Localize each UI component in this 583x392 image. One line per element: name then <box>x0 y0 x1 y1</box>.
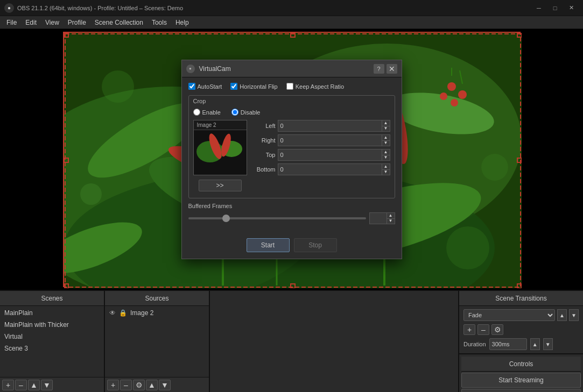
scenes-list: MainPlain MainPlain with Thicker Virtual… <box>0 306 104 377</box>
dialog-close-button[interactable]: ✕ <box>387 64 397 74</box>
start-streaming-button[interactable]: Start Streaming <box>461 373 581 388</box>
crop-disable-text: Disable <box>241 109 261 116</box>
virtualcam-dialog: ● VirtualCam ? ✕ AutoStart <box>181 60 402 259</box>
scenes-down-button[interactable]: ▼ <box>41 380 53 390</box>
eye-icon: 👁 <box>109 309 116 317</box>
crop-content: Image 2 <box>193 120 390 194</box>
crop-title: Crop <box>189 96 395 105</box>
menu-tools[interactable]: Tools <box>147 18 171 27</box>
duration-input[interactable] <box>489 338 527 350</box>
stop-button[interactable]: Stop <box>294 238 337 252</box>
transitions-down-button[interactable]: ▼ <box>569 309 579 321</box>
scenes-header: Scenes <box>0 291 104 306</box>
duration-down-button[interactable]: ▼ <box>543 338 553 350</box>
sources-remove-button[interactable]: – <box>120 380 132 390</box>
app-icon: ● <box>4 3 14 13</box>
bottom-label: Bottom <box>251 166 276 173</box>
maximize-button[interactable]: □ <box>547 3 563 13</box>
buffered-slider[interactable] <box>188 217 366 219</box>
transitions-toolbar-row: + – ⚙ <box>463 324 579 335</box>
top-down-button[interactable]: ▼ <box>382 155 390 161</box>
menu-help[interactable]: Help <box>171 18 193 27</box>
right-label: Right <box>251 137 276 144</box>
buffered-up-button[interactable]: ▲ <box>387 213 395 218</box>
bottom-input[interactable] <box>278 163 382 175</box>
dialog-help-button[interactable]: ? <box>374 64 384 74</box>
scene-item-3[interactable]: Scene 3 <box>0 343 104 354</box>
buffered-input[interactable] <box>369 212 387 224</box>
menu-file[interactable]: File <box>2 18 21 27</box>
transitions-select[interactable]: Fade <box>463 309 555 321</box>
menu-scene-collection[interactable]: Scene Collection <box>90 18 147 27</box>
app-icon-glyph: ● <box>8 5 11 11</box>
duration-up-button[interactable]: ▲ <box>530 338 540 350</box>
top-input[interactable] <box>278 149 382 161</box>
dialog-footer: Start Stop <box>182 234 402 259</box>
crop-disable-label[interactable]: Disable <box>231 109 261 116</box>
crop-arrow-button[interactable]: >> <box>199 180 242 191</box>
scenes-up-button[interactable]: ▲ <box>28 380 40 390</box>
titlebar-controls: ─ □ ✕ <box>531 3 579 13</box>
app-close-button[interactable]: ✕ <box>564 3 579 13</box>
scene-item-2[interactable]: Virtual <box>0 331 104 343</box>
scenes-add-button[interactable]: + <box>2 380 14 390</box>
kaspect-label[interactable]: Keep Aspect Ratio <box>286 83 345 90</box>
sources-toolbar: + – ⚙ ▲ ▼ <box>105 377 209 392</box>
left-down-button[interactable]: ▼ <box>382 126 390 132</box>
sources-up-button[interactable]: ▲ <box>146 380 158 390</box>
right-down-button[interactable]: ▼ <box>382 140 390 146</box>
menu-view[interactable]: View <box>41 18 64 27</box>
dialog-title: VirtualCam <box>199 65 374 73</box>
buffered-title: Buffered Frames <box>188 203 395 209</box>
hflip-label[interactable]: Horizontal Flip <box>230 83 277 90</box>
start-button[interactable]: Start <box>247 238 290 252</box>
lock-icon: 🔒 <box>119 309 127 317</box>
autostart-text: AutoStart <box>198 83 222 90</box>
right-panels: Scene Transitions Fade ▲ ▼ + – ⚙ <box>459 291 583 392</box>
left-input[interactable] <box>278 120 382 132</box>
crop-enable-radio[interactable] <box>193 109 200 116</box>
sources-add-button[interactable]: + <box>107 380 119 390</box>
right-up-button[interactable]: ▲ <box>382 135 390 140</box>
crop-left-row: Left ▲ ▼ <box>251 120 390 132</box>
crop-enable-label[interactable]: Enable <box>193 109 221 116</box>
menu-profile[interactable]: Profile <box>64 18 90 27</box>
menu-edit[interactable]: Edit <box>21 18 41 27</box>
scene-item-1[interactable]: MainPlain with Thicker <box>0 319 104 331</box>
transitions-add-button[interactable]: + <box>463 324 475 335</box>
transitions-remove-button[interactable]: – <box>477 324 489 335</box>
right-input[interactable] <box>278 134 382 146</box>
crop-preview-container: Image 2 <box>193 120 247 194</box>
autostart-checkbox[interactable] <box>188 83 195 90</box>
start-recording-button[interactable]: Start Recording <box>461 389 581 392</box>
crop-body: Enable Disable <box>189 105 395 198</box>
bottom-up-button[interactable]: ▲ <box>382 164 390 169</box>
transitions-panel: Scene Transitions Fade ▲ ▼ + – ⚙ <box>459 291 583 354</box>
sources-gear-button[interactable]: ⚙ <box>133 380 145 390</box>
main: ● VirtualCam ? ✕ AutoStart <box>0 29 583 392</box>
buffered-row: ▲ ▼ <box>188 212 395 224</box>
autostart-label[interactable]: AutoStart <box>188 83 222 90</box>
crop-section: Crop Enable <box>188 95 395 198</box>
controls-header: Controls <box>461 357 581 372</box>
scenes-remove-button[interactable]: – <box>15 380 27 390</box>
crop-preview: Image 2 <box>193 120 247 175</box>
transitions-gear-button[interactable]: ⚙ <box>491 324 503 335</box>
bottom-down-button[interactable]: ▼ <box>382 169 390 175</box>
scene-item-0[interactable]: MainPlain <box>0 307 104 319</box>
source-item-0[interactable]: 👁 🔒 Image 2 <box>105 307 209 319</box>
left-label: Left <box>251 123 276 129</box>
buffered-down-button[interactable]: ▼ <box>387 218 395 224</box>
hflip-checkbox[interactable] <box>230 83 237 90</box>
kaspect-checkbox[interactable] <box>286 83 293 90</box>
left-up-button[interactable]: ▲ <box>382 120 390 126</box>
transitions-up-button[interactable]: ▲ <box>557 309 567 321</box>
minimize-button[interactable]: ─ <box>531 3 546 13</box>
buffered-spinbox: ▲ ▼ <box>369 212 395 224</box>
crop-top-row: Top ▲ ▼ <box>251 149 390 161</box>
top-up-button[interactable]: ▲ <box>382 149 390 155</box>
left-spin-arrows: ▲ ▼ <box>382 120 390 132</box>
dialog-icon-glyph: ● <box>189 66 192 71</box>
sources-down-button[interactable]: ▼ <box>159 380 171 390</box>
crop-disable-radio[interactable] <box>231 109 238 116</box>
